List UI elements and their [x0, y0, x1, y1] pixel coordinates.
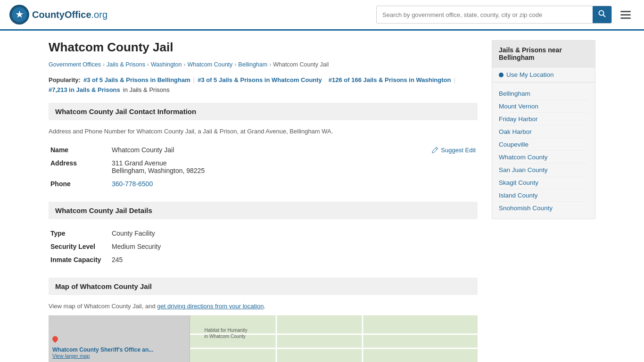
address-label: Address — [49, 156, 110, 177]
sidebar-links-list: Bellingham Mount Vernon Friday Harbor Oa… — [492, 82, 595, 219]
popularity-stat4-suffix: in Jails & Prisons — [123, 86, 170, 93]
list-item: Snohomish County — [499, 202, 588, 214]
phone-link[interactable]: 360-778-6500 — [112, 180, 153, 188]
popularity-label: Popularity: — [49, 76, 81, 83]
address-line1: 311 Grand Avenue — [112, 159, 476, 167]
list-item: Island County — [499, 189, 588, 202]
security-label: Security Level — [49, 240, 110, 253]
type-label: Type — [49, 227, 110, 240]
sidebar: Jails & Prisons near Bellingham Use My L… — [492, 40, 595, 362]
popularity-stat4: #7,213 in Jails & Prisons — [49, 86, 120, 93]
name-row: Whatcom County Jail Suggest Edit — [112, 146, 476, 154]
breadcrumb-bellingham[interactable]: Bellingham — [238, 61, 267, 68]
logo-text: CountyOffice.org — [32, 9, 107, 20]
content: Whatcom County Jail Government Offices ›… — [49, 40, 478, 362]
suggest-edit-link[interactable]: Suggest Edit — [432, 147, 476, 154]
page-title: Whatcom County Jail — [49, 40, 478, 55]
popularity-stat1: #3 of 5 Jails & Prisons in Bellingham — [83, 76, 190, 83]
name-label: Name — [49, 143, 110, 156]
sidebar-link-san-juan-county[interactable]: San Juan County — [499, 166, 548, 173]
breadcrumb-whatcom-county[interactable]: Whatcom County — [187, 61, 232, 68]
map-image[interactable]: Habitat for Humanity in Whatcom County — [190, 315, 478, 362]
capacity-value: 245 — [110, 253, 478, 266]
search-icon — [598, 10, 606, 17]
sidebar-link-whatcom-county[interactable]: Whatcom County — [499, 154, 548, 161]
map-pin-icon — [51, 335, 59, 343]
name-text: Whatcom County Jail — [112, 146, 174, 154]
svg-text:★: ★ — [16, 10, 24, 19]
phone-label: Phone — [49, 177, 110, 190]
contact-info-table: Name Whatcom County Jail Suggest Edit — [49, 143, 478, 190]
list-item: Oak Harbor — [499, 125, 588, 138]
contact-description: Address and Phone Number for Whatcom Cou… — [49, 128, 478, 135]
search-input[interactable] — [377, 8, 593, 22]
list-item: Coupeville — [499, 138, 588, 151]
map-overlay-title: Whatcom County Sheriff's Office an... — [52, 346, 186, 353]
svg-point-3 — [599, 11, 604, 16]
type-value: County Facility — [110, 227, 478, 240]
map-overlay: Whatcom County Sheriff's Office an... Vi… — [49, 315, 190, 362]
table-row-phone: Phone 360-778-6500 — [49, 177, 478, 190]
main-container: Whatcom County Jail Government Offices ›… — [39, 31, 605, 362]
popularity-divider-1: | — [193, 76, 195, 83]
use-my-location-link[interactable]: Use My Location — [506, 71, 554, 78]
view-larger-map-link[interactable]: View larger map — [52, 353, 186, 359]
popularity-divider-2: | — [454, 76, 455, 83]
edit-icon — [432, 147, 438, 153]
sidebar-link-oak-harbor[interactable]: Oak Harbor — [499, 128, 532, 135]
table-row-capacity: Inmate Capacity 245 — [49, 253, 478, 266]
list-item: Mount Vernon — [499, 100, 588, 113]
table-row-address: Address 311 Grand Avenue Bellingham, Was… — [49, 156, 478, 177]
svg-text:in Whatcom County: in Whatcom County — [205, 334, 246, 339]
map-roads-svg: Habitat for Humanity in Whatcom County — [190, 315, 478, 362]
header: ★ CountyOffice.org — [0, 0, 644, 31]
sidebar-link-skagit-county[interactable]: Skagit County — [499, 179, 538, 186]
popularity-stat3: #126 of 166 Jails & Prisons in Washingto… — [328, 76, 451, 83]
sidebar-link-island-county[interactable]: Island County — [499, 192, 538, 199]
contact-section-header: Whatcom County Jail Contact Information — [49, 103, 478, 120]
map-section-header: Map of Whatcom County Jail — [49, 278, 478, 295]
list-item: Friday Harbor — [499, 113, 588, 125]
use-location: Use My Location — [492, 67, 595, 82]
sidebar-link-bellingham[interactable]: Bellingham — [499, 90, 530, 97]
phone-value: 360-778-6500 — [110, 177, 478, 190]
sidebar-link-friday-harbor[interactable]: Friday Harbor — [499, 115, 538, 123]
svg-text:Habitat for Humanity: Habitat for Humanity — [205, 328, 248, 333]
breadcrumb-sep-2: › — [147, 61, 149, 68]
details-info-table: Type County Facility Security Level Medi… — [49, 227, 478, 266]
breadcrumb-sep-4: › — [234, 61, 236, 68]
address-line2: Bellingham, Washington, 98225 — [112, 167, 476, 174]
capacity-label: Inmate Capacity — [49, 253, 110, 266]
security-value: Medium Security — [110, 240, 478, 253]
menu-button[interactable] — [617, 9, 635, 21]
logo[interactable]: ★ CountyOffice.org — [9, 5, 107, 25]
logo-icon: ★ — [9, 5, 29, 25]
details-section: Whatcom County Jail Details Type County … — [49, 202, 478, 266]
list-item: Bellingham — [499, 87, 588, 100]
location-dot-icon — [499, 73, 504, 77]
popularity-stat2: #3 of 5 Jails & Prisons in Whatcom Count… — [198, 76, 322, 83]
map-section: Map of Whatcom County Jail View map of W… — [49, 278, 478, 362]
breadcrumb-sep-1: › — [103, 61, 105, 68]
map-description: View map of Whatcom County Jail, and get… — [49, 303, 478, 310]
map-placeholder: Whatcom County Sheriff's Office an... Vi… — [49, 315, 478, 362]
header-right — [376, 6, 635, 24]
search-bar — [376, 6, 612, 24]
sidebar-link-mount-vernon[interactable]: Mount Vernon — [499, 103, 538, 110]
sidebar-link-snohomish-county[interactable]: Snohomish County — [499, 205, 553, 212]
table-row-name: Name Whatcom County Jail Suggest Edit — [49, 143, 478, 156]
breadcrumb-jails-prisons[interactable]: Jails & Prisons — [107, 61, 145, 68]
list-item: Skagit County — [499, 176, 588, 189]
table-row-security: Security Level Medium Security — [49, 240, 478, 253]
list-item: San Juan County — [499, 164, 588, 176]
breadcrumb-government-offices[interactable]: Government Offices — [49, 61, 101, 68]
popularity-bar: Popularity: #3 of 5 Jails & Prisons in B… — [49, 76, 478, 93]
search-button[interactable] — [593, 6, 611, 23]
breadcrumb-sep-5: › — [269, 61, 271, 68]
table-row-type: Type County Facility — [49, 227, 478, 240]
directions-link[interactable]: get driving directions from your locatio… — [157, 303, 264, 310]
sidebar-link-coupeville[interactable]: Coupeville — [499, 141, 528, 148]
contact-section: Whatcom County Jail Contact Information … — [49, 103, 478, 190]
list-item: Whatcom County — [499, 151, 588, 164]
breadcrumb-washington[interactable]: Washington — [151, 61, 182, 68]
